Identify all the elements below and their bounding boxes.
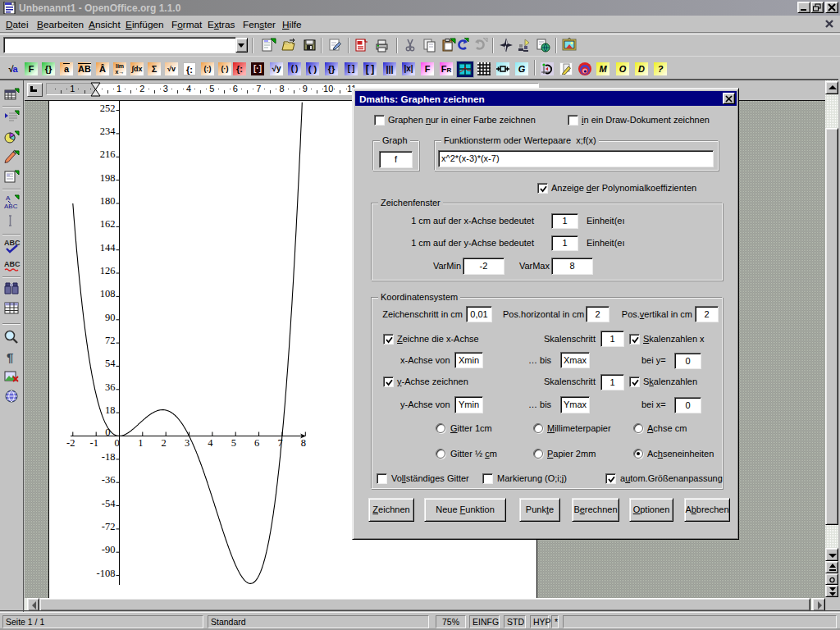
svg-text:144: 144 [100,242,116,253]
svg-text:216: 216 [100,148,116,160]
svg-text:36: 36 [105,381,116,393]
svg-text:18: 18 [105,404,116,416]
svg-text:6: 6 [254,437,259,449]
svg-text:ABC: ABC [4,203,18,210]
svg-text:ABC: ABC [4,260,21,268]
svg-text:90: 90 [105,312,116,323]
svg-text:4: 4 [208,437,213,449]
svg-text:-54: -54 [102,498,116,509]
svg-text:180: 180 [100,195,116,207]
svg-text:-108: -108 [97,568,116,579]
svg-text:-2: -2 [66,437,75,449]
svg-text:1: 1 [138,437,143,449]
svg-text:-90: -90 [102,544,116,555]
svg-text:126: 126 [100,265,116,276]
svg-text:162: 162 [100,218,116,230]
svg-text:-36: -36 [102,474,116,486]
svg-text:108: 108 [100,288,116,299]
svg-text:252: 252 [100,103,116,114]
svg-text:54: 54 [105,358,116,369]
svg-text:-72: -72 [102,521,116,532]
svg-text:72: 72 [105,335,116,346]
svg-text:0: 0 [114,437,119,449]
svg-text:A: A [6,194,11,202]
svg-text:5: 5 [231,437,236,449]
svg-text:¶: ¶ [7,350,13,364]
svg-text:8: 8 [301,437,306,449]
svg-text:ABC: ABC [4,239,21,247]
svg-text:234: 234 [100,126,116,137]
svg-text:2: 2 [162,437,167,449]
svg-text:-18: -18 [102,451,116,463]
svg-text:-1: -1 [89,437,98,449]
svg-text:198: 198 [100,172,116,184]
svg-text:3: 3 [185,437,189,449]
